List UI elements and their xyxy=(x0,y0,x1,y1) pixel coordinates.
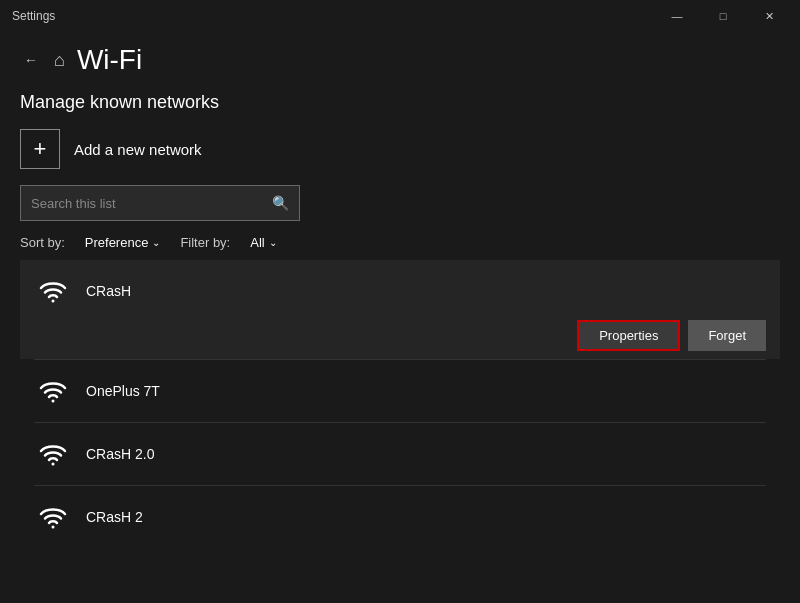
network-item-oneplus7t[interactable]: OnePlus 7T xyxy=(20,360,780,422)
header-row: ← ⌂ Wi-Fi xyxy=(20,44,780,76)
wifi-icon-oneplus7t xyxy=(34,372,72,410)
search-icon: 🔍 xyxy=(272,195,289,211)
network-name-crash2-0: CRasH 2.0 xyxy=(86,446,154,462)
titlebar-title: Settings xyxy=(12,9,55,23)
forget-button[interactable]: Forget xyxy=(688,320,766,351)
network-item-crash2[interactable]: CRasH 2 xyxy=(20,486,780,548)
titlebar: Settings — □ ✕ xyxy=(0,0,800,32)
svg-point-0 xyxy=(52,300,55,303)
filter-chevron-icon: ⌄ xyxy=(269,237,277,248)
add-network-row[interactable]: + Add a new network xyxy=(20,129,780,169)
network-actions-crash: Properties Forget xyxy=(34,320,766,351)
sort-chevron-icon: ⌄ xyxy=(152,237,160,248)
wifi-icon-crash xyxy=(34,272,72,310)
svg-point-1 xyxy=(52,400,55,403)
add-network-label: Add a new network xyxy=(74,141,202,158)
close-button[interactable]: ✕ xyxy=(746,0,792,32)
home-icon: ⌂ xyxy=(54,50,65,71)
main-content: ← ⌂ Wi-Fi Manage known networks + Add a … xyxy=(0,32,800,568)
section-title: Manage known networks xyxy=(20,92,780,113)
wifi-icon-crash2-0 xyxy=(34,435,72,473)
network-item-crash[interactable]: CRasH Properties Forget xyxy=(20,260,780,359)
add-network-icon: + xyxy=(20,129,60,169)
maximize-button[interactable]: □ xyxy=(700,0,746,32)
svg-point-2 xyxy=(52,463,55,466)
network-name-crash2: CRasH 2 xyxy=(86,509,143,525)
wifi-icon-crash2 xyxy=(34,498,72,536)
filter-value-button[interactable]: All ⌄ xyxy=(250,235,276,250)
minimize-button[interactable]: — xyxy=(654,0,700,32)
filter-label: Filter by: xyxy=(180,235,230,250)
sort-filter-row: Sort by: Preference ⌄ Filter by: All ⌄ xyxy=(20,235,780,250)
svg-point-3 xyxy=(52,526,55,529)
page-title: Wi-Fi xyxy=(77,44,142,76)
search-input[interactable] xyxy=(31,196,272,211)
titlebar-controls: — □ ✕ xyxy=(654,0,792,32)
properties-button[interactable]: Properties xyxy=(577,320,680,351)
network-name-crash: CRasH xyxy=(86,283,131,299)
titlebar-left: Settings xyxy=(12,9,55,23)
sort-label: Sort by: xyxy=(20,235,65,250)
back-button[interactable]: ← xyxy=(20,48,42,72)
search-box[interactable]: 🔍 xyxy=(20,185,300,221)
network-item-crash2-0[interactable]: CRasH 2.0 xyxy=(20,423,780,485)
sort-value-button[interactable]: Preference ⌄ xyxy=(85,235,161,250)
network-name-oneplus7t: OnePlus 7T xyxy=(86,383,160,399)
network-list: CRasH Properties Forget OnePlus 7T xyxy=(20,260,780,548)
